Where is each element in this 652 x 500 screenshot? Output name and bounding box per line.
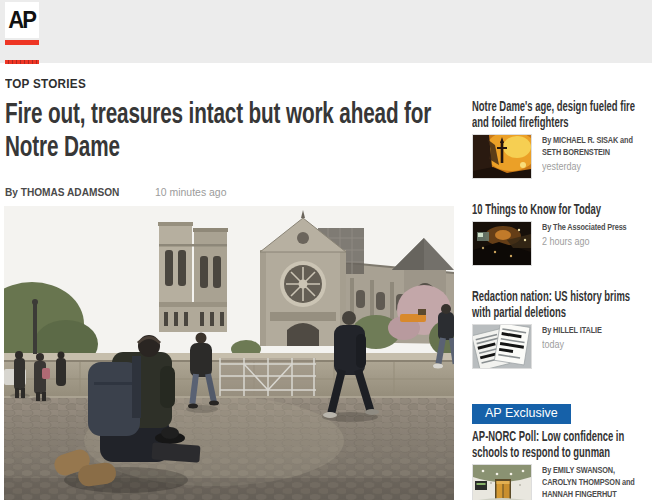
sidebar-story-3: Redaction nation: US history brims with … — [472, 288, 648, 369]
main-byline: By THOMAS ADAMSON — [5, 186, 119, 198]
story-thumbnail-school-doors[interactable] — [472, 464, 532, 500]
story-title[interactable]: 10 Things to Know for Today — [472, 201, 648, 217]
sidebar-story-4: AP Exclusive AP-NORC Poll: Low confidenc… — [472, 403, 648, 500]
sidebar-story-2: 10 Things to Know for Today — [472, 201, 648, 266]
notre-dame-photo-illustration — [4, 206, 454, 500]
sidebar-story-1: Notre Dame's age, design fueled fire and… — [472, 98, 648, 179]
story-thumbnail-fire-spire[interactable] — [472, 134, 532, 179]
main-headline[interactable]: Fire out, treasures intact but work ahea… — [5, 96, 460, 162]
story-meta: By The Associated Press 2 hours ago — [472, 221, 648, 266]
red-dashed-divider — [5, 60, 39, 64]
story-byline: By MICHAEL R. SISAK and SETH BORENSTEIN — [542, 134, 646, 158]
story-meta: By HILLEL ITALIE today — [472, 324, 648, 369]
story-time: today — [542, 339, 637, 350]
ap-news-page: AP TOP STORIES Fire out, treasures intac… — [0, 0, 652, 500]
section-label: TOP STORIES — [5, 76, 86, 91]
story-time: yesterday — [542, 161, 637, 172]
story-meta: By EMILY SWANSON, CAROLYN THOMPSON and H… — [472, 464, 648, 500]
main-timestamp: 10 minutes ago — [155, 186, 226, 198]
sidebar-top-stories: Notre Dame's age, design fueled fire and… — [472, 98, 648, 500]
story-meta: By MICHAEL R. SISAK and SETH BORENSTEIN … — [472, 134, 648, 179]
ap-logo-red-bar — [5, 40, 39, 45]
story-title[interactable]: Notre Dame's age, design fueled fire and… — [472, 98, 648, 130]
ap-logo[interactable]: AP — [5, 2, 39, 45]
ap-logo-box: AP — [5, 2, 39, 38]
story-byline: By HILLEL ITALIE — [542, 324, 646, 336]
ap-logo-text: AP — [9, 6, 36, 34]
story-thumbnail-night-fire[interactable] — [472, 221, 532, 266]
story-byline: By EMILY SWANSON, CAROLYN THOMPSON and H… — [542, 464, 646, 500]
story-time: 2 hours ago — [542, 236, 637, 247]
story-title[interactable]: AP-NORC Poll: Low confidence in schools … — [472, 428, 648, 460]
site-header: AP — [0, 0, 652, 63]
story-byline: By The Associated Press — [542, 221, 646, 233]
story-thumbnail-redacted-documents[interactable] — [472, 324, 532, 369]
ap-exclusive-badge: AP Exclusive — [472, 404, 571, 424]
main-story-photo[interactable] — [4, 206, 454, 500]
main-byline-row: By THOMAS ADAMSON 10 minutes ago — [5, 186, 230, 198]
story-title[interactable]: Redaction nation: US history brims with … — [472, 288, 648, 320]
